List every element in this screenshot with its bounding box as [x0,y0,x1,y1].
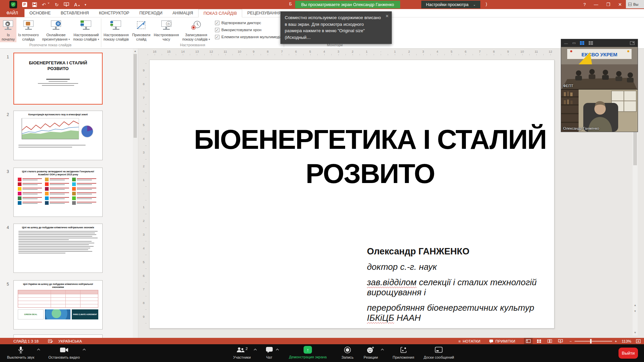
zoom-in-button[interactable]: + [615,339,617,343]
ribbon-tab-6[interactable]: АНІМАЦІЯ [167,9,198,17]
play-narrations-checkbox[interactable]: ✓ Відтворювати дикторс [215,21,282,25]
text-line [18,236,92,237]
present-online-button[interactable]: ◍ Онлайнове презентування ▾ [41,17,72,42]
previous-slide-icon[interactable]: ▲ [633,304,638,307]
chat-chevron[interactable] [275,348,279,359]
mute-options-chevron[interactable] [37,348,41,359]
zoom-slider-thumb[interactable] [590,339,592,344]
scroll-up-icon[interactable]: ▲ [133,50,138,53]
fit-to-window-icon[interactable] [636,339,641,343]
from-beginning-button[interactable]: ▶ Із початку [0,17,16,42]
record-slideshow-button[interactable]: Записування показу слайдів ▾ [180,17,212,42]
view-settings-button[interactable]: Настройки просмотра ⌄ [421,1,480,8]
font-icon[interactable]: A ▾ [74,2,79,7]
ribbon-tab-1[interactable]: ФАЙЛ [0,9,24,17]
language-indicator[interactable]: УКРАЇНСЬКА [58,339,82,343]
tooltip-close-icon[interactable]: ✕ [385,13,389,19]
reading-view-button[interactable] [545,338,554,344]
zoom-slider[interactable] [575,341,612,342]
chat-button[interactable]: Чат [263,344,275,359]
current-slide-canvas[interactable]: БІОЕНЕРГЕТИКА І СТАЛИЙ РОЗВИТО Олександр… [149,60,554,328]
whiteboards-button[interactable]: Доски сообщений [421,344,457,359]
notes-toggle[interactable]: ≡ НОТАТКИ [459,339,480,343]
from-current-slide-button[interactable]: Із поточного слайда [16,17,41,42]
slideshow-view-button[interactable] [556,338,565,344]
participants-chevron[interactable] [253,348,257,359]
reactions-button[interactable]: Реакции [361,344,380,359]
slide-number: 4 [7,225,9,230]
video-panel-header: — ▭ [561,39,638,47]
ribbon-tab-2[interactable]: ОСНОВНЕ [24,9,56,17]
zoom-level[interactable]: 113% [622,339,631,343]
slide-thumbnail-5[interactable]: Цілі України на шляху до побудови клімат… [13,280,103,329]
sdg-goal-tile [18,182,44,186]
save-icon[interactable] [32,2,37,7]
participants-icon: 2 [236,346,248,354]
mute-button[interactable]: Выключить звук [5,344,37,359]
leave-meeting-button[interactable]: Выйти [619,348,638,359]
share-screen-button[interactable]: ↑ Демонстрация экрана [287,344,329,359]
slide-thumbnail-4[interactable]: Цілі на шляху до побудови кліматично ней… [13,224,103,273]
play-screen-icon: ▶ [2,19,14,32]
thumbnails-scrollbar[interactable]: ▲ [133,49,138,338]
normal-view-button[interactable] [524,338,533,344]
slide-thumbnail-1[interactable]: БІОЕНЕРГЕТИКА І СТАЛИЙ РОЗВИТО [13,53,103,105]
ruler-tick-label: 8 [261,50,275,55]
next-slide-icon[interactable]: ▼ [633,310,638,313]
ribbon-tab-5[interactable]: ПЕРЕХОДИ [134,9,167,17]
group-caption: Розпочати показ слайдів [0,42,101,48]
help-icon[interactable]: ? [583,2,586,7]
ribbon-tab-7[interactable]: ПОКАЗ СЛАЙДІВ [198,9,243,17]
slide-thumbnail-2[interactable]: Концентрація вуглекислого газу в атмосфе… [13,111,103,160]
text-line [46,79,70,80]
panel-window-icon[interactable]: ▭ [572,41,576,45]
slide-author-block: Олександр ГАНЖЕНКО доктор с.-г. наук зав… [367,246,554,323]
close-icon[interactable]: ✕ [618,2,622,7]
reactions-chevron[interactable] [380,348,384,359]
slide-indicator[interactable]: СЛАЙД 1 З 18 [13,339,39,343]
ruler-tick-label: 12 [543,50,557,55]
video-feed-speaker[interactable]: Олександр Ганженко [561,89,638,132]
zoom-out-button[interactable]: − [570,339,572,343]
whiteboards-label: Доски сообщений [424,355,454,359]
stop-video-button[interactable]: Остановить видео [46,344,82,359]
panel-minimize-icon[interactable]: — [564,41,568,45]
record-button[interactable]: Запись [339,344,356,359]
video-feed-room[interactable]: ЕКСВО УКРЕМ ФЕПТ [561,47,638,89]
button-label: Настроювання [104,33,129,37]
use-timings-checkbox[interactable]: ✓ Використовувати хрон [215,28,282,32]
comments-toggle[interactable]: ПРИМІТКИ [489,339,515,343]
video-options-chevron[interactable] [82,348,86,359]
grid-view-icon[interactable] [589,41,593,45]
restore-icon[interactable]: ❐ [606,2,610,7]
ribbon-tab-3[interactable]: ВСТАВЛЕННЯ [56,9,94,17]
customize-qat-icon[interactable]: ▾ [85,3,86,6]
scrollbar-thumb[interactable] [133,54,137,138]
start-slideshow-icon[interactable] [64,2,69,7]
media-controls-checkbox[interactable]: ✓ Елементи керування мультимедіа [215,35,282,39]
text-line [18,234,96,235]
undo-icon[interactable]: ↶ ˅ [42,2,50,7]
participants-button[interactable]: 2 Участники [231,344,253,359]
sdg-goal-tile [18,187,44,191]
gallery-view-icon[interactable] [580,41,584,45]
setup-slideshow-button[interactable]: Настроювання показу слайдів [102,17,130,42]
ruler-tick-label: 3 [141,145,147,159]
rehearse-timings-button[interactable]: ◴ Настроювання часу [152,17,180,42]
slide-sorter-view-button[interactable] [535,338,543,344]
custom-slideshow-button[interactable]: Настроюваний показ слайдів ▾ [71,17,101,42]
minimize-icon[interactable]: — [594,2,598,7]
redo-icon[interactable]: ↻ [55,2,59,7]
ribbon-tab-4[interactable]: КОНСТРУКТОР [94,9,135,17]
hide-slide-button[interactable]: Приховати слайд [130,17,152,42]
ribbon-tab-8[interactable]: РЕЦЕНЗУВАННЯ [242,9,286,17]
slide-thumbnail-3[interactable]: Цілі сталого розвитку затверджені на зас… [13,168,103,217]
dropdown-arrow-icon: ▾ [98,38,99,41]
record-label: Запись [341,355,354,359]
meeting-toolbar: Выключить звук Остановить видео 2 [0,344,644,362]
spellcheck-icon[interactable] [48,339,53,343]
sdg-goal-tile [72,187,98,191]
layout-icon[interactable] [630,41,635,45]
apps-button[interactable]: Приложения [390,344,417,359]
scroll-down-icon[interactable]: ▼ [633,331,638,334]
